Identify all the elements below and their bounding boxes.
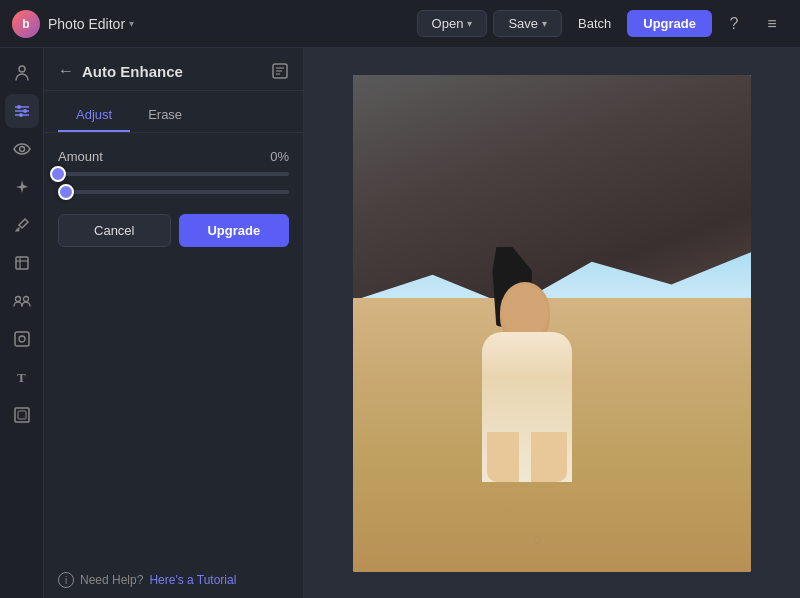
sidebar-item-adjustments[interactable] xyxy=(5,94,39,128)
panel-tabs: Adjust Erase xyxy=(44,91,303,133)
svg-rect-14 xyxy=(15,332,29,346)
panel-upgrade-button[interactable]: Upgrade xyxy=(179,214,290,247)
icon-sidebar: T xyxy=(0,48,44,598)
person-icon xyxy=(13,64,31,82)
photo-container: ♡ xyxy=(353,75,751,572)
svg-point-13 xyxy=(23,297,28,302)
save-chevron-icon: ▾ xyxy=(542,18,547,29)
amount-label: Amount xyxy=(58,149,103,164)
svg-point-7 xyxy=(19,147,24,152)
amount-slider-row: Amount 0% xyxy=(58,149,289,198)
sidebar-item-frame[interactable] xyxy=(5,398,39,432)
app-title-button[interactable]: Photo Editor ▾ xyxy=(48,16,134,32)
canvas-area: ♡ xyxy=(304,48,800,598)
amount-slider-track xyxy=(58,172,289,176)
amount-value: 0% xyxy=(270,149,289,164)
sliders-icon xyxy=(13,102,31,120)
sidebar-item-person[interactable] xyxy=(5,56,39,90)
frame-icon xyxy=(13,406,31,424)
svg-point-12 xyxy=(15,297,20,302)
dropper-icon xyxy=(13,216,31,234)
batch-button[interactable]: Batch xyxy=(568,11,621,36)
panel-content: Amount 0% Cancel Upgrade xyxy=(44,133,303,558)
svg-text:T: T xyxy=(17,370,26,385)
tab-erase[interactable]: Erase xyxy=(130,101,200,132)
panel: ← Auto Enhance Adjust Erase Amount xyxy=(44,48,304,598)
svg-point-2 xyxy=(17,105,21,109)
sidebar-item-dropper[interactable] xyxy=(5,208,39,242)
history-icon xyxy=(271,62,289,80)
tab-adjust[interactable]: Adjust xyxy=(58,101,130,132)
app-title-text: Photo Editor xyxy=(48,16,125,32)
amount-slider-thumb[interactable] xyxy=(50,166,66,182)
sidebar-item-text[interactable]: T xyxy=(5,360,39,394)
crop-icon xyxy=(13,254,31,272)
svg-rect-18 xyxy=(18,411,26,419)
help-text: Need Help? xyxy=(80,573,143,587)
text-icon: T xyxy=(13,368,31,386)
svg-point-0 xyxy=(19,66,25,72)
help-row: i Need Help? Here's a Tutorial xyxy=(44,562,303,598)
svg-rect-17 xyxy=(15,408,29,422)
app-title-chevron-icon: ▾ xyxy=(129,18,134,29)
beach-photo: ♡ xyxy=(353,75,751,572)
navbar-actions: Open ▾ Save ▾ Batch Upgrade ? ≡ xyxy=(417,8,788,40)
person-legs xyxy=(487,432,567,482)
sidebar-item-sparkle[interactable] xyxy=(5,170,39,204)
open-chevron-icon: ▾ xyxy=(467,18,472,29)
back-button[interactable]: ← xyxy=(58,62,74,80)
svg-point-6 xyxy=(19,113,23,117)
group-icon xyxy=(13,292,31,310)
upgrade-button[interactable]: Upgrade xyxy=(627,10,712,37)
back-icon: ← xyxy=(58,62,74,80)
help-button[interactable]: ? xyxy=(718,8,750,40)
menu-icon: ≡ xyxy=(767,15,776,33)
app-logo: b xyxy=(12,10,40,38)
tutorial-link[interactable]: Here's a Tutorial xyxy=(149,573,236,587)
sidebar-item-eye[interactable] xyxy=(5,132,39,166)
svg-rect-9 xyxy=(16,257,28,269)
photo: ♡ xyxy=(353,75,751,572)
menu-button[interactable]: ≡ xyxy=(756,8,788,40)
cancel-button[interactable]: Cancel xyxy=(58,214,171,247)
main-area: T ← Auto Enhance xyxy=(0,48,800,598)
person xyxy=(472,282,592,482)
history-button[interactable] xyxy=(271,62,289,80)
svg-point-8 xyxy=(16,229,19,232)
panel-header: ← Auto Enhance xyxy=(44,48,303,91)
sparkle-icon xyxy=(13,178,31,196)
effects-icon xyxy=(13,330,31,348)
sidebar-item-group[interactable] xyxy=(5,284,39,318)
sidebar-item-crop[interactable] xyxy=(5,246,39,280)
amount-label-row: Amount 0% xyxy=(58,149,289,164)
svg-point-15 xyxy=(19,336,25,342)
save-button[interactable]: Save ▾ xyxy=(493,10,562,37)
action-buttons: Cancel Upgrade xyxy=(58,214,289,247)
help-icon: ? xyxy=(730,15,739,33)
sidebar-item-effects[interactable] xyxy=(5,322,39,356)
help-info-icon: i xyxy=(58,572,74,588)
open-button[interactable]: Open ▾ xyxy=(417,10,488,37)
amount-slider-input[interactable] xyxy=(58,190,289,194)
svg-point-4 xyxy=(23,109,27,113)
eye-icon xyxy=(13,140,31,158)
panel-title: Auto Enhance xyxy=(82,63,263,80)
navbar: b Photo Editor ▾ Open ▾ Save ▾ Batch Upg… xyxy=(0,0,800,48)
